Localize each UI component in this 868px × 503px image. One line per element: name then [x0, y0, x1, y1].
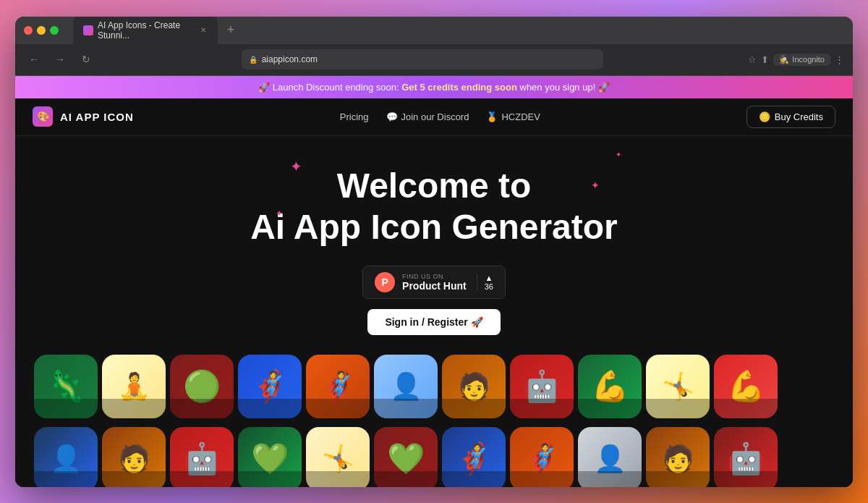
browser-tab[interactable]: AI App Icons - Create Stunni... ✕: [73, 17, 218, 45]
list-item: 💪: [714, 355, 778, 418]
tab-favicon-icon: [83, 25, 93, 35]
list-item: 🧑: [442, 355, 506, 418]
list-item: 🦸: [306, 355, 370, 418]
icon-image: 🦸: [238, 355, 302, 418]
list-item: 🤖: [714, 427, 778, 487]
icon-row-1: 🦎 🧘 🟢 🦸 🦸 👤: [30, 352, 838, 420]
site-header: 🎨 AI APP ICON Pricing 💬 Join our Discord…: [15, 98, 853, 136]
product-hunt-text: FIND US ON Product Hunt: [402, 273, 467, 292]
announcement-suffix: when you sign up! 🚀: [517, 82, 610, 93]
icon-grid: 🦎 🧘 🟢 🦸 🦸 👤: [30, 345, 838, 487]
minimize-button[interactable]: [37, 26, 46, 35]
site-content: 🚀 Launch Discount ending soon: Get 5 cre…: [15, 76, 853, 487]
list-item: 🤸: [306, 427, 370, 487]
pricing-label: Pricing: [340, 111, 369, 122]
traffic-lights: [24, 26, 59, 35]
icon-image: 🦸: [510, 427, 574, 487]
list-item: 🧘: [102, 355, 166, 418]
lock-icon: 🔒: [249, 56, 258, 64]
hero-title: Welcome to Ai App Icon Generator: [250, 165, 618, 248]
logo-text: AI APP ICON: [60, 111, 134, 123]
back-button[interactable]: ←: [24, 49, 44, 69]
product-hunt-label: FIND US ON: [402, 273, 467, 280]
icon-image: 💪: [578, 355, 642, 418]
hero-title-line2: Ai App Icon Generator: [250, 208, 618, 246]
list-item: 🧑: [102, 427, 166, 487]
hero-section: ✦ ✦ ✦ ✦ Welcome to Ai App Icon Generator…: [15, 136, 853, 487]
list-item: 👤: [578, 427, 642, 487]
refresh-button[interactable]: ↻: [76, 49, 96, 69]
incognito-badge: 🕵 Incognito: [773, 54, 830, 66]
nav-discord[interactable]: 💬 Join our Discord: [386, 111, 469, 122]
icon-row-2: 👤 🧑 🤖 💚 🤸 💚: [30, 425, 838, 487]
list-item: 🦸: [238, 355, 302, 418]
nav-bar: ← → ↻ 🔒 aiappicon.com ☆ ⬆ 🕵 Incognito ⋮: [15, 44, 853, 76]
hczdev-label: HCZDEV: [501, 111, 540, 122]
address-text: aiappicon.com: [262, 54, 318, 64]
list-item: 👤: [34, 427, 98, 487]
sparkle-4: ✦: [276, 208, 283, 219]
icon-image: 💚: [238, 427, 302, 487]
share-icon[interactable]: ⬆: [761, 54, 769, 65]
site-nav: Pricing 💬 Join our Discord 🏅 HCZDEV: [340, 111, 540, 122]
coin-icon: 🪙: [759, 111, 770, 122]
list-item: 🦎: [34, 355, 98, 418]
list-item: 💚: [374, 427, 438, 487]
product-hunt-count: ▲ 36: [477, 274, 493, 291]
browser-window: AI App Icons - Create Stunni... ✕ + ← → …: [15, 17, 853, 487]
site-logo: 🎨 AI APP ICON: [33, 106, 134, 127]
list-item: 🤖: [510, 355, 574, 418]
discord-icon: 💬: [386, 111, 398, 122]
icon-image: 🧑: [442, 355, 506, 418]
maximize-button[interactable]: [50, 26, 59, 35]
icon-image: 💚: [374, 427, 438, 487]
icon-image: 💪: [714, 355, 778, 418]
icon-image: 🧑: [102, 427, 166, 487]
list-item: 🤖: [170, 427, 234, 487]
icon-image: 🤖: [714, 427, 778, 487]
buy-credits-label: Buy Credits: [775, 111, 823, 122]
hczdev-icon: 🏅: [486, 111, 498, 122]
icon-image: 👤: [578, 427, 642, 487]
title-bar: AI App Icons - Create Stunni... ✕ +: [15, 17, 853, 44]
hero-title-line1: Welcome to: [337, 166, 532, 205]
signin-label: Sign in / Register 🚀: [385, 316, 482, 328]
sparkle-2: ✦: [591, 179, 600, 191]
icon-image: 🦎: [34, 355, 98, 418]
list-item: 💚: [238, 427, 302, 487]
tab-close-icon[interactable]: ✕: [199, 25, 208, 35]
new-tab-button[interactable]: +: [221, 20, 241, 41]
logo-icon: 🎨: [33, 106, 53, 127]
icon-image: 🧑: [646, 427, 710, 487]
tab-bar: AI App Icons - Create Stunni... ✕ +: [73, 17, 844, 45]
icon-image: 🤖: [510, 355, 574, 418]
icon-image: 👤: [34, 427, 98, 487]
list-item: 🧑: [646, 427, 710, 487]
icon-image: 🦸: [442, 427, 506, 487]
signin-button[interactable]: Sign in / Register 🚀: [367, 309, 500, 335]
list-item: 🤸: [646, 355, 710, 418]
product-hunt-badge[interactable]: P FIND US ON Product Hunt ▲ 36: [362, 266, 506, 299]
icon-image: 🧘: [102, 355, 166, 418]
nav-hczdev[interactable]: 🏅 HCZDEV: [486, 111, 540, 122]
sparkle-3: ✦: [616, 151, 621, 158]
announcement-highlight: Get 5 credits ending soon: [401, 82, 517, 93]
icon-image: 🤸: [646, 355, 710, 418]
incognito-icon: 🕵: [779, 55, 789, 64]
list-item: 🦸: [442, 427, 506, 487]
buy-credits-button[interactable]: 🪙 Buy Credits: [746, 106, 835, 128]
star-icon[interactable]: ☆: [748, 54, 757, 65]
list-item: 💪: [578, 355, 642, 418]
icon-image: 🦸: [306, 355, 370, 418]
close-button[interactable]: [24, 26, 33, 35]
tab-label: AI App Icons - Create Stunni...: [98, 20, 195, 41]
list-item: 👤: [374, 355, 438, 418]
address-bar[interactable]: 🔒 aiappicon.com: [242, 49, 603, 69]
nav-pricing[interactable]: Pricing: [340, 111, 369, 122]
forward-button[interactable]: →: [50, 49, 70, 69]
discord-label: Join our Discord: [401, 111, 469, 122]
icon-image: 🤸: [306, 427, 370, 487]
menu-icon[interactable]: ⋮: [835, 54, 844, 65]
product-hunt-number: 36: [485, 282, 493, 291]
announcement-prefix: 🚀 Launch Discount ending soon:: [258, 82, 401, 93]
